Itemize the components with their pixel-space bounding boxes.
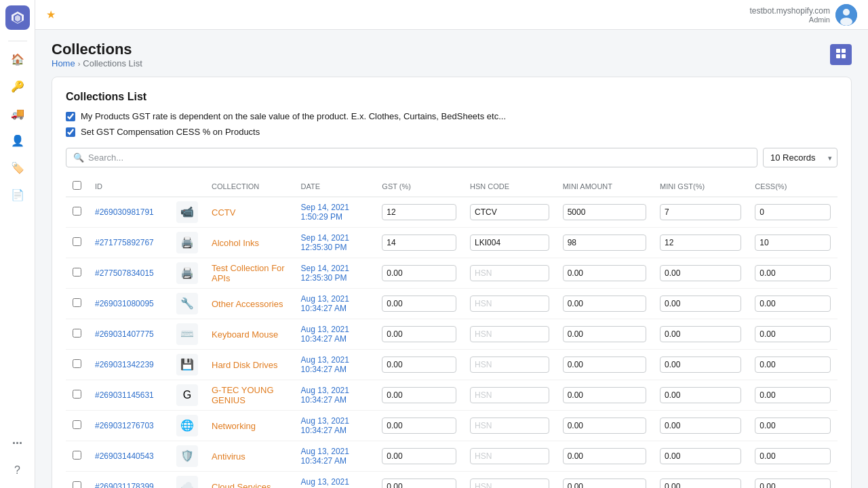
favorite-star-icon[interactable]: ★: [46, 8, 56, 21]
row-mini-amount-1[interactable]: [563, 235, 646, 251]
row-id-5[interactable]: #269031342239: [95, 360, 154, 369]
row-mini-gst-7[interactable]: [660, 418, 741, 434]
option-1[interactable]: My Products GST rate is dependent on the…: [66, 111, 837, 121]
row-id-7[interactable]: #269031276703: [95, 421, 154, 430]
row-gst-1[interactable]: [382, 235, 456, 251]
row-checkbox-6[interactable]: [73, 390, 81, 399]
row-mini-amount-5[interactable]: [563, 357, 646, 373]
row-mini-amount-0[interactable]: [563, 204, 646, 220]
row-collection-7[interactable]: Networking: [212, 421, 256, 431]
row-mini-amount-6[interactable]: [563, 387, 646, 403]
row-id-8[interactable]: #269031440543: [95, 451, 154, 461]
row-hsn-3[interactable]: [470, 296, 549, 312]
row-hsn-5[interactable]: [470, 357, 549, 373]
sidebar-item-help[interactable]: ?: [5, 458, 30, 483]
row-collection-0[interactable]: CCTV: [212, 207, 235, 218]
row-mini-gst-4[interactable]: [660, 326, 741, 342]
row-cess-0[interactable]: [755, 204, 831, 220]
sidebar-item-more[interactable]: ···: [5, 431, 30, 455]
row-mini-amount-8[interactable]: [563, 448, 646, 464]
row-cess-9[interactable]: [755, 479, 831, 488]
app-logo[interactable]: [5, 5, 30, 30]
row-mini-amount-9[interactable]: [563, 479, 646, 488]
breadcrumb-home[interactable]: Home: [52, 58, 75, 68]
row-collection-2[interactable]: Test Collection For APIs: [212, 263, 285, 283]
row-gst-0[interactable]: [382, 204, 456, 220]
row-gst-5[interactable]: [382, 357, 456, 373]
row-id-3[interactable]: #269031080095: [95, 299, 154, 308]
row-collection-3[interactable]: Other Accessories: [212, 299, 283, 309]
row-checkbox-2[interactable]: [73, 268, 81, 277]
option-2[interactable]: Set GST Compensation CESS % on Products: [66, 127, 837, 137]
row-collection-8[interactable]: Antivirus: [212, 451, 245, 462]
row-mini-gst-2[interactable]: [660, 265, 741, 281]
row-gst-7[interactable]: [382, 418, 456, 434]
row-checkbox-9[interactable]: [73, 481, 81, 488]
row-id-6[interactable]: #269031145631: [95, 390, 154, 400]
avatar[interactable]: [835, 4, 857, 26]
row-gst-9[interactable]: [382, 479, 456, 488]
row-hsn-7[interactable]: [470, 418, 549, 434]
row-cess-1[interactable]: [755, 235, 831, 251]
row-mini-gst-9[interactable]: [660, 479, 741, 488]
row-gst-6[interactable]: [382, 387, 456, 403]
row-hsn-2[interactable]: [470, 265, 549, 281]
row-checkbox-0[interactable]: [73, 207, 81, 216]
row-mini-amount-4[interactable]: [563, 326, 646, 342]
row-checkbox-8[interactable]: [73, 451, 81, 460]
row-cess-6[interactable]: [755, 387, 831, 403]
sidebar-item-keys[interactable]: 🔑: [5, 74, 30, 98]
row-collection-4[interactable]: Keyboard Mouse: [212, 329, 278, 340]
row-hsn-8[interactable]: [470, 448, 549, 464]
row-cess-3[interactable]: [755, 296, 831, 312]
row-id-4[interactable]: #269031407775: [95, 329, 154, 339]
row-gst-2[interactable]: [382, 265, 456, 281]
row-checkbox-5[interactable]: [73, 359, 81, 368]
records-select[interactable]: 10 Records 25 Records 50 Records: [763, 148, 837, 167]
row-id-1[interactable]: #271775892767: [95, 238, 154, 247]
option-2-checkbox[interactable]: [66, 127, 75, 137]
row-mini-amount-2[interactable]: [563, 265, 646, 281]
row-cess-7[interactable]: [755, 418, 831, 434]
row-hsn-9[interactable]: [470, 479, 549, 488]
option-1-checkbox[interactable]: [66, 112, 75, 121]
row-id-0[interactable]: #269030981791: [95, 207, 154, 217]
row-mini-gst-8[interactable]: [660, 448, 741, 464]
row-collection-6[interactable]: G-TEC YOUNG GENIUS: [212, 385, 274, 405]
row-mini-amount-3[interactable]: [563, 296, 646, 312]
row-mini-gst-3[interactable]: [660, 296, 741, 312]
row-id-2[interactable]: #277507834015: [95, 268, 154, 278]
row-gst-8[interactable]: [382, 448, 456, 464]
grid-view-button[interactable]: [830, 44, 852, 65]
row-cess-4[interactable]: [755, 326, 831, 342]
row-collection-1[interactable]: Alcohol Inks: [212, 238, 259, 248]
sidebar-item-tags[interactable]: 🏷️: [5, 155, 30, 180]
row-hsn-4[interactable]: [470, 326, 549, 342]
row-hsn-6[interactable]: [470, 387, 549, 403]
row-cess-5[interactable]: [755, 357, 831, 373]
row-mini-amount-7[interactable]: [563, 418, 646, 434]
sidebar-item-shipping[interactable]: 🚚: [5, 101, 30, 125]
row-mini-gst-5[interactable]: [660, 357, 741, 373]
sidebar-item-home[interactable]: 🏠: [5, 47, 30, 71]
row-checkbox-1[interactable]: [73, 237, 81, 246]
row-mini-gst-0[interactable]: [660, 204, 741, 220]
row-gst-4[interactable]: [382, 326, 456, 342]
row-cess-2[interactable]: [755, 265, 831, 281]
row-mini-gst-1[interactable]: [660, 235, 741, 251]
row-checkbox-3[interactable]: [73, 298, 81, 307]
select-all-checkbox[interactable]: [73, 181, 81, 190]
row-collection-9[interactable]: Cloud Services: [212, 482, 271, 489]
row-hsn-1[interactable]: [470, 235, 549, 251]
row-hsn-0[interactable]: [470, 204, 549, 220]
row-cess-8[interactable]: [755, 448, 831, 464]
row-checkbox-7[interactable]: [73, 420, 81, 429]
row-id-9[interactable]: #269031178399: [95, 482, 154, 488]
sidebar-item-users[interactable]: 👤: [5, 128, 30, 152]
row-gst-3[interactable]: [382, 296, 456, 312]
sidebar-item-docs[interactable]: 📄: [5, 182, 30, 207]
row-collection-5[interactable]: Hard Disk Drives: [212, 360, 278, 370]
row-checkbox-4[interactable]: [73, 329, 81, 338]
search-input[interactable]: [88, 152, 750, 163]
row-mini-gst-6[interactable]: [660, 387, 741, 403]
